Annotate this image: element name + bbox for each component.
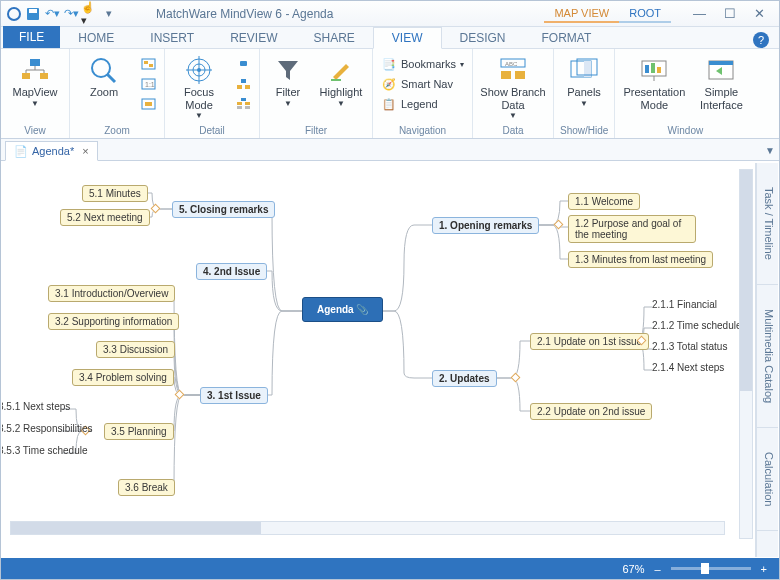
zoom-in-button[interactable]: +	[761, 563, 767, 575]
node-3-1[interactable]: 3.1 Introduction/Overview	[48, 285, 175, 302]
scrollbar-thumb[interactable]	[740, 170, 752, 391]
touch-mode-icon[interactable]: ☝▾	[81, 5, 99, 23]
expand-handle-3[interactable]	[175, 390, 185, 400]
node-3[interactable]: 3. 1st Issue	[200, 387, 268, 404]
presentation-mode-button[interactable]: Presentation Mode	[621, 52, 687, 111]
svg-rect-24	[241, 98, 246, 101]
document-tab-agenda[interactable]: 📄 Agenda* ×	[5, 141, 98, 161]
redo-icon[interactable]: ↷▾	[62, 5, 80, 23]
save-icon[interactable]	[24, 5, 42, 23]
node-3-3[interactable]: 3.3 Discussion	[96, 341, 175, 358]
node-2-1-2[interactable]: 2.1.2 Time schedule	[652, 320, 742, 331]
node-4[interactable]: 4. 2nd Issue	[196, 263, 267, 280]
focus-mode-button[interactable]: Focus Mode▼	[171, 52, 227, 120]
zoom-selection-button[interactable]	[138, 94, 158, 114]
svg-rect-20	[240, 61, 247, 66]
tab-home[interactable]: HOME	[60, 28, 132, 48]
fit-all-button[interactable]	[138, 54, 158, 74]
group-zoom: Zoom 1:1 Zoom	[70, 49, 165, 138]
node-2[interactable]: 2. Updates	[432, 370, 497, 387]
sidetab-multimedia[interactable]: Multimedia Catalog	[757, 285, 778, 428]
expand-handle-2[interactable]	[511, 373, 521, 383]
detail-level-3-button[interactable]	[233, 94, 253, 114]
mindmap-canvas[interactable]: Agenda 📎 1. Opening remarks 1.1 Welcome …	[2, 163, 756, 557]
detail-level-2-button[interactable]	[233, 74, 253, 94]
node-2-1[interactable]: 2.1 Update on 1st issue	[530, 333, 649, 350]
context-tab-root[interactable]: ROOT	[619, 5, 671, 23]
node-3-5-3[interactable]: 3.5.3 Time schedule	[2, 445, 88, 456]
detail-3-icon	[235, 96, 251, 112]
undo-icon[interactable]: ↶▾	[43, 5, 61, 23]
node-2-1-4[interactable]: 2.1.4 Next steps	[652, 362, 724, 373]
zoom-button[interactable]: Zoom	[76, 52, 132, 99]
node-3-4[interactable]: 3.4 Problem solving	[72, 369, 174, 386]
sidetab-task-timeline[interactable]: Task / Timeline	[757, 163, 778, 285]
node-3-2[interactable]: 3.2 Supporting information	[48, 313, 179, 330]
scrollbar-thumb[interactable]	[11, 522, 261, 534]
tab-view[interactable]: VIEW	[373, 27, 442, 49]
node-root[interactable]: Agenda 📎	[302, 297, 383, 322]
node-3-5[interactable]: 3.5 Planning	[104, 423, 174, 440]
node-5-2[interactable]: 5.2 Next meeting	[60, 209, 150, 226]
tab-file[interactable]: FILE	[3, 26, 60, 48]
tab-share[interactable]: SHARE	[295, 28, 372, 48]
node-1-3[interactable]: 1.3 Minutes from last meeting	[568, 251, 713, 268]
window-title: MatchWare MindView 6 - Agenda	[156, 7, 333, 21]
panels-button[interactable]: Panels▼	[560, 52, 608, 108]
tab-design[interactable]: DESIGN	[442, 28, 524, 48]
qat-customize-icon[interactable]: ▾	[100, 5, 118, 23]
node-2-1-3[interactable]: 2.1.3 Total status	[652, 341, 727, 352]
app-icon	[5, 5, 23, 23]
node-3-6[interactable]: 3.6 Break	[118, 479, 175, 496]
svg-rect-29	[331, 79, 341, 81]
maximize-button[interactable]: ☐	[724, 6, 736, 21]
expand-handle-5[interactable]	[151, 204, 161, 214]
tab-review[interactable]: REVIEW	[212, 28, 295, 48]
svg-rect-8	[142, 59, 155, 69]
horizontal-scrollbar[interactable]	[10, 521, 725, 535]
close-button[interactable]: ✕	[754, 6, 765, 21]
detail-2-icon	[235, 76, 251, 92]
document-tab-label: Agenda*	[32, 145, 74, 157]
node-3-5-2[interactable]: 3.5.2 Responsibilities	[2, 423, 93, 434]
vertical-scrollbar[interactable]	[739, 169, 753, 539]
node-5[interactable]: 5. Closing remarks	[172, 201, 275, 218]
help-button[interactable]: ?	[753, 32, 769, 48]
expand-handle-1[interactable]	[554, 220, 564, 230]
sidetab-calculation[interactable]: Calculation	[757, 428, 778, 531]
node-5-1[interactable]: 5.1 Minutes	[82, 185, 148, 202]
tab-format[interactable]: FORMAT	[524, 28, 610, 48]
node-1[interactable]: 1. Opening remarks	[432, 217, 539, 234]
node-2-1-1[interactable]: 2.1.1 Financial	[652, 299, 717, 310]
svg-rect-43	[709, 61, 733, 65]
simple-interface-icon	[704, 54, 738, 86]
zoom-percentage[interactable]: 67%	[622, 563, 644, 575]
node-1-1[interactable]: 1.1 Welcome	[568, 193, 640, 210]
highlight-button[interactable]: Highlight▼	[316, 52, 366, 108]
simple-interface-button[interactable]: Simple Interface	[693, 52, 749, 111]
node-3-5-1[interactable]: 3.5.1 Next steps	[2, 401, 70, 412]
bookmarks-button[interactable]: 📑Bookmarks ▾	[379, 54, 466, 74]
tab-insert[interactable]: INSERT	[132, 28, 212, 48]
filter-button[interactable]: Filter▼	[266, 52, 310, 108]
detail-level-1-button[interactable]	[233, 54, 253, 74]
mapview-button[interactable]: MapView▼	[7, 52, 63, 108]
document-tab-close-icon[interactable]: ×	[82, 145, 88, 157]
zoom-out-button[interactable]: –	[654, 563, 660, 575]
node-1-2[interactable]: 1.2 Purpose and goal of the meeting	[568, 215, 696, 243]
document-tab-bar: 📄 Agenda* ×	[1, 139, 779, 161]
show-branch-data-button[interactable]: ABC Show Branch Data▼	[479, 52, 547, 120]
focus-mode-icon	[182, 54, 216, 86]
svg-text:ABC: ABC	[505, 61, 518, 67]
svg-rect-21	[241, 79, 246, 83]
context-tab-mapview[interactable]: MAP VIEW	[544, 5, 619, 23]
minimize-button[interactable]: —	[693, 6, 706, 21]
zoom-slider-thumb[interactable]	[701, 563, 709, 574]
legend-button[interactable]: 📋Legend	[379, 94, 466, 114]
node-2-2[interactable]: 2.2 Update on 2nd issue	[530, 403, 652, 420]
svg-rect-22	[237, 85, 242, 89]
ribbon-collapse-chevron-icon[interactable]: ▼	[765, 145, 775, 156]
zoom-slider[interactable]	[671, 567, 751, 570]
actual-size-button[interactable]: 1:1	[138, 74, 158, 94]
smart-nav-button[interactable]: 🧭Smart Nav	[379, 74, 466, 94]
